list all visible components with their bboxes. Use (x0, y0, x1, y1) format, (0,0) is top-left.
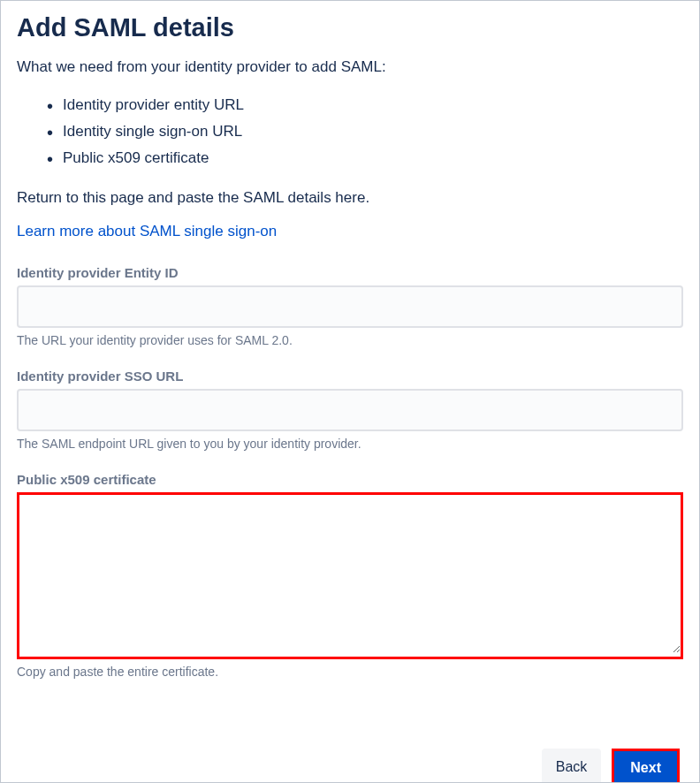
requirements-list: Identity provider entity URL Identity si… (17, 92, 683, 171)
x509-help: Copy and paste the entire certificate. (17, 665, 683, 679)
intro-text: What we need from your identity provider… (17, 58, 683, 76)
saml-details-panel: Add SAML details What we need from your … (0, 0, 700, 783)
x509-highlight (17, 492, 683, 659)
x509-label: Public x509 certificate (17, 472, 683, 487)
back-button[interactable]: Back (542, 749, 602, 782)
sso-url-input[interactable] (17, 389, 683, 431)
next-button[interactable]: Next (614, 751, 677, 782)
return-instruction: Return to this page and paste the SAML d… (17, 189, 683, 207)
entity-id-group: Identity provider Entity ID The URL your… (17, 265, 683, 347)
button-row: Back Next (542, 749, 680, 782)
x509-group: Public x509 certificate Copy and paste t… (17, 472, 683, 679)
entity-id-help: The URL your identity provider uses for … (17, 333, 683, 347)
x509-textarea[interactable] (19, 495, 681, 653)
next-highlight: Next (612, 749, 680, 782)
sso-url-label: Identity provider SSO URL (17, 369, 683, 384)
list-item: Identity single sign-on URL (63, 118, 683, 145)
entity-id-input[interactable] (17, 285, 683, 328)
page-title: Add SAML details (17, 13, 683, 42)
entity-id-label: Identity provider Entity ID (17, 265, 683, 280)
list-item: Identity provider entity URL (63, 92, 683, 118)
sso-url-help: The SAML endpoint URL given to you by yo… (17, 437, 683, 451)
learn-more-link[interactable]: Learn more about SAML single sign-on (17, 223, 277, 240)
list-item: Public x509 certificate (63, 145, 683, 171)
sso-url-group: Identity provider SSO URL The SAML endpo… (17, 369, 683, 451)
